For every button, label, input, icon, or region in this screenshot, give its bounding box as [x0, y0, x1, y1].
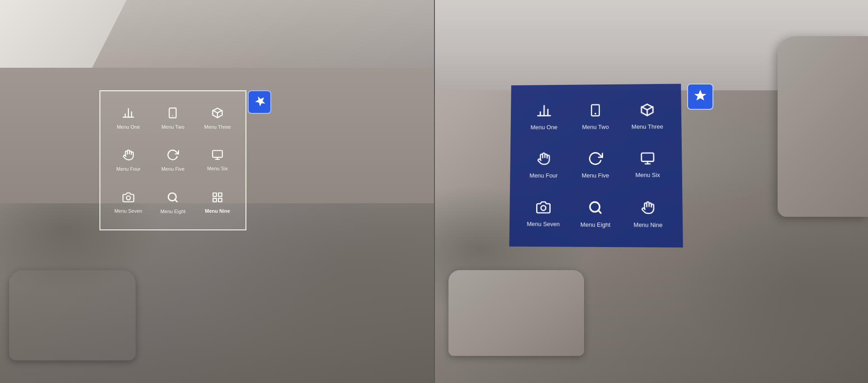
right-menu-item-seven[interactable]: Menu Seven [519, 191, 568, 238]
right-menu-label-nine: Menu Nine [634, 221, 663, 229]
right-menu-label-one: Menu One [530, 124, 557, 131]
left-menu-item-nine[interactable]: Menu Nine [196, 182, 239, 223]
right-phone-icon [589, 103, 602, 120]
right-menu-item-four[interactable]: Menu Four [519, 142, 569, 188]
left-menu-label-eight: Menu Eight [160, 209, 186, 214]
svg-line-25 [642, 107, 647, 110]
svg-line-14 [175, 200, 178, 202]
svg-point-31 [541, 206, 546, 210]
camera-icon [122, 192, 135, 206]
left-menu-panel: Menu One Menu Two Menu Three [99, 90, 246, 230]
right-menu-label-four: Menu Four [529, 172, 557, 179]
right-menu-label-seven: Menu Seven [527, 221, 560, 228]
right-panel: Menu One Menu Two [434, 0, 868, 383]
svg-rect-4 [170, 108, 176, 118]
right-menu-item-eight[interactable]: Menu Eight [571, 191, 621, 238]
right-menu-panel: Menu One Menu Two [509, 84, 683, 248]
svg-line-8 [217, 110, 222, 113]
left-menu-item-four[interactable]: Menu Four [107, 140, 150, 181]
left-menu-item-one[interactable]: Menu One [107, 98, 150, 138]
main-container: Menu One Menu Two Menu Three [0, 0, 868, 383]
svg-rect-9 [212, 151, 222, 158]
svg-point-12 [126, 196, 130, 200]
right-menu-item-nine[interactable]: Menu Nine [623, 191, 674, 238]
right-menu-label-three: Menu Three [632, 123, 663, 130]
svg-rect-18 [213, 198, 217, 202]
left-menu-item-two[interactable]: Menu Two [152, 98, 194, 138]
cube-icon [211, 107, 224, 121]
left-menu-item-six[interactable]: Menu Six [196, 140, 239, 181]
right-refresh-icon [588, 151, 603, 168]
svg-rect-28 [642, 153, 654, 162]
right-pin-icon [694, 89, 707, 104]
right-hand2-icon [641, 200, 655, 218]
right-search-icon [588, 200, 603, 218]
right-menu-label-six: Menu Six [635, 172, 660, 178]
svg-rect-15 [213, 193, 217, 196]
left-menu-label-six: Menu Six [207, 166, 228, 171]
left-pin-button[interactable] [248, 90, 271, 114]
hand-icon [123, 149, 134, 163]
left-menu-item-three[interactable]: Menu Three [196, 98, 239, 138]
panel-divider [434, 0, 435, 383]
right-hand-icon [537, 151, 551, 168]
phone-icon [167, 107, 179, 121]
svg-rect-16 [218, 193, 222, 196]
left-cushion [9, 270, 136, 360]
right-camera-icon [536, 200, 551, 217]
right-menu-item-two[interactable]: Menu Two [571, 93, 620, 139]
right-cube-icon [639, 102, 655, 120]
bar-chart-icon [122, 107, 135, 121]
right-menu-item-six[interactable]: Menu Six [623, 141, 673, 188]
left-menu-item-seven[interactable]: Menu Seven [107, 182, 150, 223]
refresh-icon [166, 149, 179, 163]
left-panel: Menu One Menu Two Menu Three [0, 0, 434, 383]
right-menu-item-one[interactable]: Menu One [519, 93, 569, 140]
left-menu-label-two: Menu Two [161, 124, 184, 130]
right-menu-label-eight: Menu Eight [580, 221, 610, 229]
left-menu-label-one: Menu One [117, 124, 140, 130]
right-menu-label-two: Menu Two [582, 123, 609, 130]
svg-rect-17 [218, 198, 222, 202]
right-menu-label-five: Menu Five [582, 172, 609, 179]
monitor-icon [211, 149, 224, 163]
left-menu-label-four: Menu Four [116, 166, 140, 172]
left-menu-item-eight[interactable]: Menu Eight [152, 182, 194, 223]
left-menu-item-five[interactable]: Menu Five [152, 140, 194, 181]
grid-icon [211, 192, 224, 206]
left-pin-icon [251, 93, 268, 111]
svg-line-33 [598, 210, 601, 213]
right-cushion [448, 270, 584, 356]
left-menu-label-three: Menu Three [204, 124, 231, 130]
right-monitor-icon [640, 151, 656, 168]
svg-line-6 [213, 110, 217, 113]
left-menu-label-five: Menu Five [161, 166, 184, 172]
right-pin-button[interactable] [687, 84, 713, 110]
search-icon [167, 191, 179, 206]
right-arm-rest [778, 36, 868, 217]
right-menu-item-three[interactable]: Menu Three [622, 93, 672, 139]
right-menu-item-five[interactable]: Menu Five [571, 141, 620, 188]
left-menu-label-seven: Menu Seven [114, 208, 142, 214]
right-bar-chart-icon [537, 103, 552, 120]
svg-line-27 [647, 107, 653, 110]
left-menu-label-nine: Menu Nine [205, 208, 230, 214]
